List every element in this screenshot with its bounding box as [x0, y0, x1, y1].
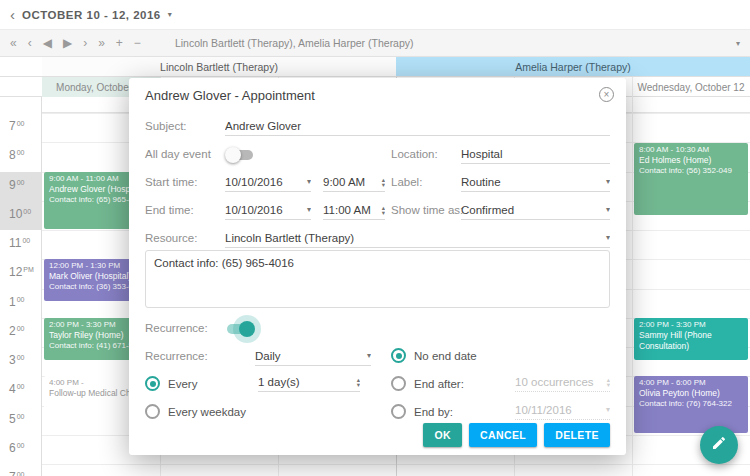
zoom-out-icon[interactable]: −	[134, 37, 141, 49]
appointment-sammy-hill[interactable]: 2:00 PM - 3:30 PM Sammy Hill (Phone Cons…	[634, 318, 748, 360]
chevron-left-icon[interactable]: ‹	[10, 7, 15, 22]
appointment-dialog: Andrew Glover - Appointment × Subject: A…	[129, 78, 626, 455]
no-end-date-radio[interactable]	[391, 348, 406, 363]
end-by-label: End by:	[414, 406, 453, 418]
toolbar-icons: «‹◀▶›»+−	[10, 37, 141, 49]
end-by-date-input[interactable]: 10/11/2016▾	[515, 400, 610, 420]
spin-arrows-icon[interactable]: ▴▾	[357, 377, 360, 387]
time-label: 12PM	[0, 259, 41, 288]
appointment-title: Olivia Peyton (Home)	[639, 388, 744, 399]
go-to-first-icon[interactable]: «	[10, 37, 17, 49]
time-label: 700	[0, 113, 41, 142]
recurrence-frequency-value: Daily	[255, 350, 281, 362]
new-appointment-fab[interactable]	[700, 426, 738, 464]
zoom-in-icon[interactable]: +	[116, 37, 123, 49]
appointment-contact: Contact info: (56) 352-049	[639, 166, 744, 176]
ok-button[interactable]: OK	[423, 423, 462, 447]
dialog-title: Andrew Glover - Appointment	[145, 88, 315, 103]
label-select[interactable]: Routine▾	[461, 172, 610, 192]
resources-dropdown-icon[interactable]: ▾	[736, 39, 740, 48]
day-header-wednesday[interactable]: Wednesday, October 12	[632, 77, 750, 97]
caret-down-icon[interactable]: ▾	[606, 177, 610, 186]
caret-down-icon[interactable]: ▾	[367, 351, 371, 360]
spin-arrows-icon[interactable]: ▴▾	[382, 205, 385, 215]
show-time-as-value: Confirmed	[461, 204, 514, 216]
time-label: 800	[0, 142, 41, 171]
start-date-value: 10/10/2016	[225, 176, 283, 188]
label-value: Routine	[461, 176, 501, 188]
end-time-value: 11:00 AM	[323, 204, 371, 216]
end-after-occurrences-input[interactable]: 10 occurrences▴▾	[515, 372, 610, 392]
description-textarea[interactable]: Contact info: (65) 965-4016	[145, 250, 610, 308]
recurrence-frequency-select[interactable]: Daily▾	[255, 346, 371, 366]
appointment-olivia-peyton[interactable]: 4:00 PM - 6:00 PM Olivia Peyton (Home) C…	[634, 376, 748, 433]
resource-header-amelia[interactable]: Amelia Harper (Therapy)	[396, 57, 750, 77]
time-label: 200	[0, 318, 41, 347]
start-time-label: Start time:	[145, 176, 197, 188]
end-after-occurrences-value: 10 occurrences	[515, 376, 594, 388]
show-time-as-select[interactable]: Confirmed▾	[461, 200, 610, 220]
close-icon[interactable]: ×	[599, 87, 614, 102]
appointment-time: 2:00 PM - 3:30 PM	[639, 320, 744, 330]
appointment-title: Sammy Hill (Phone Consultation)	[639, 330, 744, 352]
resource-header-lincoln[interactable]: Lincoln Bartlett (Therapy)	[42, 57, 396, 77]
end-time-label: End time:	[145, 204, 194, 216]
time-label: 300	[0, 347, 41, 376]
location-label: Location:	[391, 148, 438, 160]
repeat-interval-value: 1 day(s)	[258, 376, 300, 388]
time-label: 400	[0, 376, 41, 405]
repeat-every-label: Every	[168, 378, 197, 390]
time-label: 1000	[0, 201, 41, 230]
caret-down-icon: ▾	[606, 405, 610, 414]
repeat-every-radio[interactable]	[145, 376, 160, 391]
toggle-knob	[225, 147, 241, 163]
time-label: 700	[0, 464, 41, 476]
recurrence-toggle[interactable]	[227, 324, 253, 334]
delete-button[interactable]: DELETE	[544, 423, 610, 447]
step-forward-icon[interactable]: ▶	[63, 37, 72, 49]
date-range-label[interactable]: OCTOBER 10 - 12, 2016	[22, 9, 161, 21]
cancel-button[interactable]: CANCEL	[469, 423, 537, 447]
end-time-spinner[interactable]: 11:00 AM▴▾	[323, 200, 385, 220]
spin-arrows-icon[interactable]: ▴▾	[382, 177, 385, 187]
caret-down-icon[interactable]: ▾	[606, 205, 610, 214]
column-divider	[632, 77, 633, 476]
appointment-time: 8:00 AM - 10:30 AM	[639, 145, 744, 155]
appointment-contact: Contact info: (76) 764-322	[639, 399, 744, 409]
resource-select[interactable]: Lincoln Bartlett (Therapy)▾	[225, 228, 610, 248]
every-weekday-radio[interactable]	[145, 404, 160, 419]
go-to-last-icon[interactable]: »	[98, 37, 105, 49]
prev-page-icon[interactable]: ‹	[28, 37, 32, 49]
time-label: 900	[0, 172, 41, 201]
resource-value: Lincoln Bartlett (Therapy)	[225, 232, 354, 244]
next-page-icon[interactable]: ›	[83, 37, 87, 49]
recurrence-select-label: Recurrence:	[145, 350, 208, 362]
start-date-select[interactable]: 10/10/2016▾	[225, 172, 311, 192]
appointment-ed-holmes[interactable]: 8:00 AM - 10:30 AM Ed Holmes (Home) Cont…	[634, 143, 748, 215]
start-time-spinner[interactable]: 9:00 AM▴▾	[323, 172, 385, 192]
end-by-radio[interactable]	[391, 404, 406, 419]
end-after-radio[interactable]	[391, 376, 406, 391]
repeat-interval-spinner[interactable]: 1 day(s)▴▾	[258, 372, 360, 392]
step-back-icon[interactable]: ◀	[43, 37, 52, 49]
caret-down-icon[interactable]: ▾	[307, 205, 311, 214]
resources-summary: Lincoln Bartlett (Therapy), Amelia Harpe…	[175, 37, 414, 49]
spin-arrows-icon: ▴▾	[607, 377, 610, 387]
caret-down-icon[interactable]: ▾	[168, 10, 172, 19]
time-label: 600	[0, 435, 41, 464]
location-field[interactable]: Hospital	[461, 144, 610, 164]
show-time-as-label: Show time as:	[391, 204, 463, 216]
toggle-knob	[239, 321, 255, 337]
caret-down-icon[interactable]: ▾	[606, 233, 610, 242]
all-day-toggle[interactable]	[227, 150, 253, 160]
resource-label: Resource:	[145, 232, 197, 244]
caret-down-icon[interactable]: ▾	[307, 177, 311, 186]
end-after-label: End after:	[414, 378, 464, 390]
appointment-time: 4:00 PM - 6:00 PM	[639, 378, 744, 388]
no-end-date-label: No end date	[414, 350, 477, 362]
subject-label: Subject:	[145, 120, 187, 132]
end-date-select[interactable]: 10/10/2016▾	[225, 200, 311, 220]
location-value: Hospital	[461, 148, 503, 160]
subject-field[interactable]: Andrew Glover	[225, 116, 610, 136]
header-corner	[0, 57, 42, 77]
